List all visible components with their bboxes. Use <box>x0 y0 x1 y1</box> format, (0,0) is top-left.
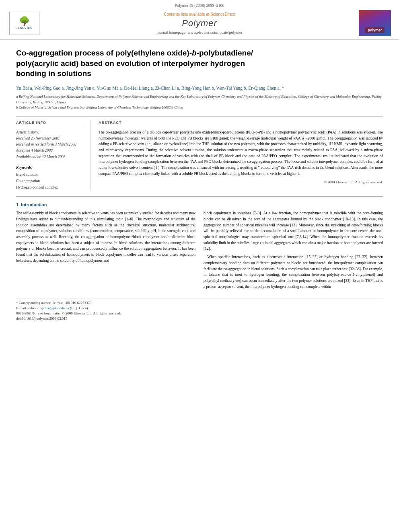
body-para-1: The self-assembly of block copolymers in… <box>16 210 195 263</box>
abstract-col: ABSTRACT The co-aggregation process of a… <box>99 121 383 191</box>
contents-label: Contents lists available at <box>164 12 209 16</box>
divider-1 <box>16 116 383 117</box>
body-para-3: When specific interactions, such as elec… <box>204 254 383 290</box>
body-two-col: The self-assembly of block copolymers in… <box>16 210 383 292</box>
keywords-label: Keywords: <box>16 166 84 170</box>
affiliations: a Beijing National Laboratory for Molecu… <box>16 94 383 111</box>
email-label: E-mail address: <box>16 306 39 310</box>
abstract-label: ABSTRACT <box>99 121 383 126</box>
elsevier-logo: 🌳 ELSEVIER <box>8 12 40 35</box>
article-content: Co-aggregation process of poly(ethylene … <box>0 40 399 330</box>
article-info-col: ARTICLE INFO Article history: Received 2… <box>16 121 90 191</box>
keyword-1: Blend solution <box>16 171 84 178</box>
elsevier-tree-icon: 🌳 <box>19 17 30 26</box>
corresponding-text: * Corresponding author. Tel/fax: +86 010… <box>16 301 93 305</box>
citation-text: Polymer 49 (2008) 2099–2106 <box>175 3 224 8</box>
info-abstract-cols: ARTICLE INFO Article history: Received 2… <box>16 121 383 191</box>
journal-title: Polymer <box>40 18 359 29</box>
keywords-list: Blend solution Co-aggregation Hydrogen-b… <box>16 171 84 191</box>
journal-homepage: journal homepage: www.elsevier.com/locat… <box>40 30 359 35</box>
body-para-2: block copolymers in solutions [7–9]. At … <box>204 210 383 252</box>
email-line: E-mail address: eqchen@pku.edu.cn (E-Q. … <box>16 306 383 310</box>
affiliation-b: b College of Material Science and Engine… <box>16 105 383 111</box>
journal-header: Polymer 49 (2008) 2099–2106 🌳 ELSEVIER C… <box>0 0 399 40</box>
body-col-left: The self-assembly of block copolymers in… <box>16 210 195 292</box>
keywords-section: Keywords: Blend solution Co-aggregation … <box>16 166 84 191</box>
body-col-right: block copolymers in solutions [7–9]. At … <box>204 210 383 292</box>
available-date: Available online 12 March 2008 <box>16 154 84 160</box>
sciencedirect-label: Contents lists available at ScienceDirec… <box>40 12 359 16</box>
abstract-text: The co-aggregation process of a diblock … <box>99 129 383 177</box>
section1-number: 1. <box>16 202 20 207</box>
keyword-3: Hydrogen-bonded complex <box>16 184 84 191</box>
body-divider <box>16 196 383 197</box>
authors-line: Yu Bai a, Wei-Ping Gao a, Jing-Jing Yan … <box>16 84 383 92</box>
elsevier-logo-box: 🌳 ELSEVIER <box>9 12 39 35</box>
section1-heading: 1. Introduction <box>16 202 383 207</box>
journal-center: Contents lists available at ScienceDirec… <box>40 12 359 35</box>
article-title: Co-aggregation process of poly(ethylene … <box>16 48 383 79</box>
email-name: (E-Q. Chen). <box>70 306 89 310</box>
elsevier-wordmark: ELSEVIER <box>16 27 33 29</box>
email-address[interactable]: eqchen@pku.edu.cn <box>39 306 69 310</box>
sciencedirect-name[interactable]: ScienceDirect <box>210 12 235 16</box>
issn-line: 0032-3861/$ – see front matter © 2008 El… <box>16 311 383 315</box>
affiliation-a: a Beijing National Laboratory for Molecu… <box>16 94 383 105</box>
authors-text: Yu Bai a, Wei-Ping Gao a, Jing-Jing Yan … <box>16 86 284 90</box>
received-date: Received 25 November 2007 <box>16 136 84 142</box>
polymer-logo-text: polymer <box>365 27 384 33</box>
footnote-area: * Corresponding author. Tel/fax: +86 010… <box>16 298 383 320</box>
header-main: 🌳 ELSEVIER Contents lists available at S… <box>8 10 391 39</box>
history-label: Article history: <box>16 129 84 136</box>
section1-title: Introduction <box>21 202 47 207</box>
article-history: Article history: Received 25 November 20… <box>16 129 84 160</box>
article-info-label: ARTICLE INFO <box>16 121 84 126</box>
title-text: Co-aggregation process of poly(ethylene … <box>16 49 253 78</box>
polymer-logo: polymer <box>359 10 391 36</box>
copyright-text: © 2008 Elsevier Ltd. All rights reserved… <box>99 180 383 184</box>
received-revised-date: Received in revised form 3 March 2008 <box>16 142 84 148</box>
accepted-date: Accepted 4 March 2008 <box>16 148 84 154</box>
doi-line: doi:10.1016/j.polymer.2008.03.015 <box>16 316 383 320</box>
corresponding-author: * Corresponding author. Tel/fax: +86 010… <box>16 301 383 305</box>
page: Polymer 49 (2008) 2099–2106 🌳 ELSEVIER C… <box>0 0 399 532</box>
keyword-2: Co-aggregation <box>16 178 84 184</box>
citation-line: Polymer 49 (2008) 2099–2106 <box>8 3 391 8</box>
